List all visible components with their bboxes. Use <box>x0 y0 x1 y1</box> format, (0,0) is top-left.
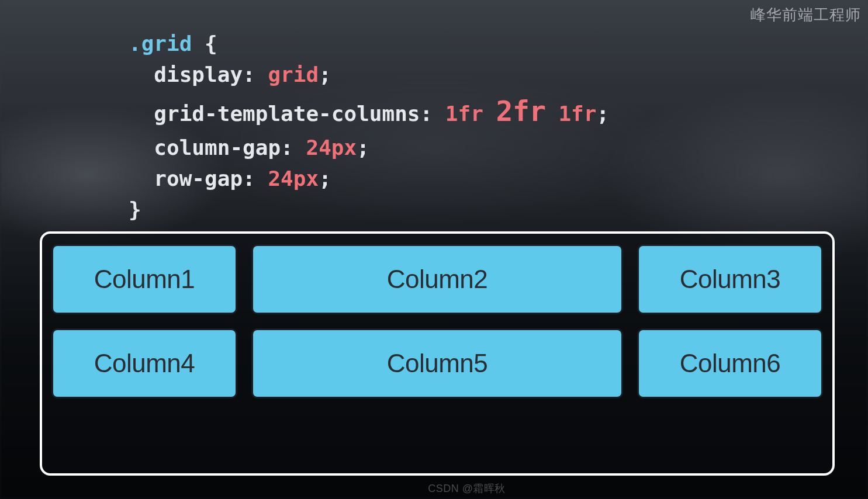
code-line-selector: .grid { <box>129 28 609 59</box>
code-close-brace: } <box>129 197 141 221</box>
code-line-colgap: column-gap: 24px; <box>129 132 609 163</box>
grid-cell-1: Column1 <box>51 244 237 314</box>
code-value-columns-3: 1fr <box>546 102 597 126</box>
grid-cell-5: Column5 <box>251 328 623 398</box>
code-line-columns: grid-template-columns: 1fr 2fr 1fr; <box>129 91 609 132</box>
code-value-display: grid <box>268 63 319 86</box>
watermark-bottom: CSDN @霜晖秋 <box>428 481 506 495</box>
code-open-brace: { <box>192 32 217 56</box>
code-value-colgap: 24px <box>306 136 357 160</box>
watermark-top: 峰华前端工程师 <box>751 5 861 25</box>
grid-cell-6: Column6 <box>637 328 823 398</box>
grid-container: Column1 Column2 Column3 Column4 Column5 … <box>40 231 835 476</box>
grid-demo: Column1 Column2 Column3 Column4 Column5 … <box>51 244 823 398</box>
code-block: .grid { display: grid; grid-template-col… <box>129 28 609 225</box>
code-prop-columns: grid-template-columns <box>154 102 420 126</box>
code-line-display: display: grid; <box>129 59 609 90</box>
grid-cell-4: Column4 <box>51 328 237 398</box>
grid-cell-2: Column2 <box>251 244 623 314</box>
code-prop-colgap: column-gap <box>154 136 281 160</box>
code-line-rowgap: row-gap: 24px; <box>129 163 609 194</box>
code-value-rowgap: 24px <box>268 167 319 190</box>
code-selector: .grid <box>129 32 192 56</box>
code-value-columns-1: 1fr <box>445 102 496 126</box>
code-prop-display: display <box>154 63 243 86</box>
code-prop-rowgap: row-gap <box>154 167 243 190</box>
code-line-close: } <box>129 194 609 225</box>
grid-cell-3: Column3 <box>637 244 823 314</box>
code-value-columns-2: 2fr <box>496 95 546 127</box>
